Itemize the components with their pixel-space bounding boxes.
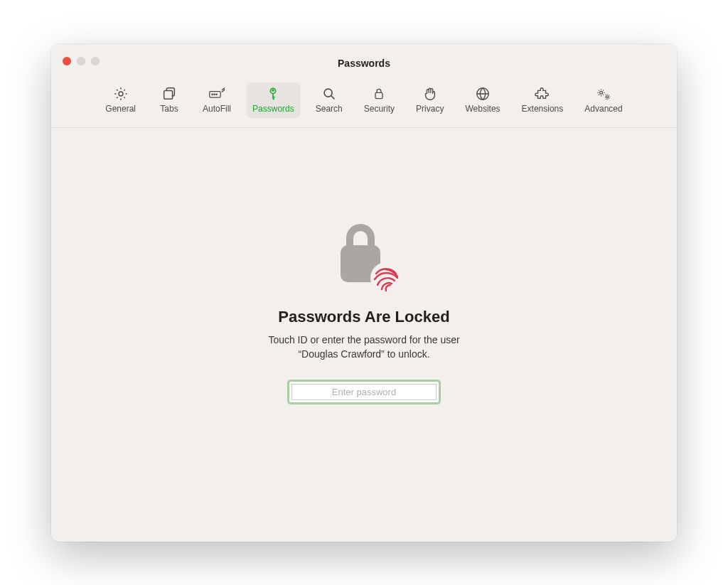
tab-advanced[interactable]: Advanced [579, 82, 628, 118]
hand-icon [422, 85, 439, 102]
close-window-button[interactable] [63, 57, 71, 65]
svg-point-4 [214, 94, 215, 95]
lock-icon [370, 85, 387, 102]
window-title: Passwords [338, 58, 390, 69]
tab-general[interactable]: General [100, 82, 141, 118]
titlebar: Passwords [51, 44, 677, 82]
svg-rect-1 [164, 90, 173, 99]
tab-autofill[interactable]: AutoFill [197, 82, 237, 118]
svg-point-5 [216, 94, 217, 95]
tab-label: Passwords [252, 104, 294, 114]
tab-privacy[interactable]: Privacy [410, 82, 449, 118]
tab-label: Websites [465, 104, 500, 114]
magnifier-icon [321, 85, 338, 102]
tab-extensions[interactable]: Extensions [516, 82, 569, 118]
subtext-line1: Touch ID or enter the password for the u… [268, 334, 459, 345]
locked-subtext: Touch ID or enter the password for the u… [268, 333, 459, 361]
content-area: Passwords Are Locked Touch ID or enter t… [51, 128, 677, 542]
autofill-icon [208, 85, 225, 102]
puzzle-icon [534, 85, 551, 102]
gear-icon [112, 85, 129, 102]
tab-label: Tabs [160, 104, 178, 114]
svg-point-3 [212, 94, 213, 95]
tab-label: General [105, 104, 136, 114]
password-input[interactable] [291, 384, 437, 400]
tab-search[interactable]: Search [310, 82, 348, 118]
tab-label: Security [364, 104, 395, 114]
tab-passwords[interactable]: Passwords [247, 82, 300, 118]
svg-point-12 [606, 95, 609, 97]
password-field-wrap [289, 382, 439, 402]
locked-heading: Passwords Are Locked [278, 308, 449, 326]
svg-point-0 [119, 92, 123, 96]
svg-point-11 [600, 91, 603, 94]
minimize-window-button[interactable] [77, 57, 85, 65]
lock-illustration [325, 210, 403, 295]
subtext-line2: “Douglas Crawford” to unlock. [298, 348, 429, 360]
svg-point-7 [272, 89, 274, 90]
tab-label: Privacy [416, 104, 444, 114]
gears-icon [595, 85, 612, 102]
svg-rect-9 [375, 92, 382, 98]
tab-websites[interactable]: Websites [459, 82, 505, 118]
zoom-window-button[interactable] [91, 57, 100, 65]
tab-tabs[interactable]: Tabs [151, 82, 187, 118]
svg-point-8 [324, 89, 332, 97]
tab-label: Advanced [584, 104, 622, 114]
tab-label: Extensions [522, 104, 564, 114]
preferences-toolbar: General Tabs AutoFill [51, 82, 677, 128]
tab-security[interactable]: Security [358, 82, 400, 118]
key-icon [264, 85, 282, 102]
globe-icon [474, 85, 491, 102]
tab-label: Search [316, 104, 343, 114]
tab-label: AutoFill [203, 104, 231, 114]
tabs-icon [161, 85, 178, 102]
preferences-window: Passwords General Tabs [51, 44, 677, 542]
traffic-lights [63, 57, 100, 65]
